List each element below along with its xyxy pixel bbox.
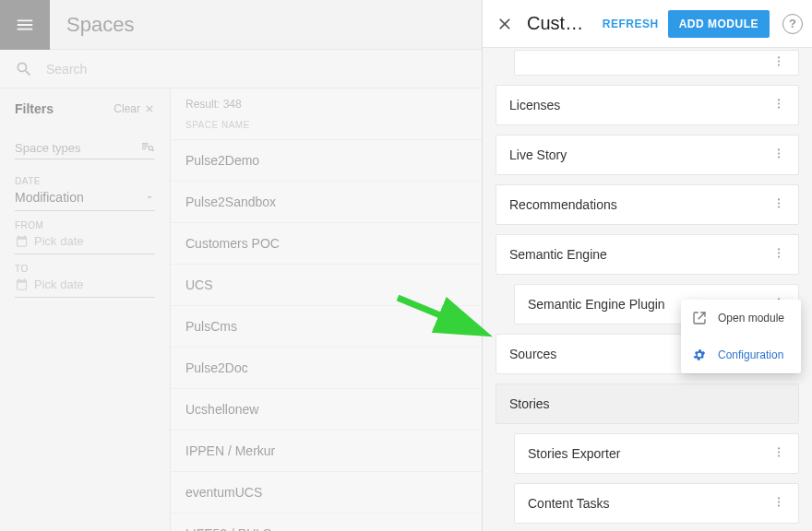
svg-point-12: [778, 202, 780, 204]
svg-point-14: [778, 248, 780, 250]
svg-point-11: [778, 198, 780, 200]
svg-point-23: [778, 447, 780, 449]
module-card[interactable]: Content Tasks: [514, 483, 799, 524]
more-icon[interactable]: [769, 144, 789, 167]
refresh-button[interactable]: REFRESH: [603, 18, 659, 30]
module-card[interactable]: Stories Exporter: [514, 433, 799, 474]
more-icon[interactable]: [769, 52, 789, 75]
svg-point-5: [778, 99, 780, 100]
drawer-title: Custom…: [527, 13, 593, 34]
module-card-semantic-engine[interactable]: Semantic Engine: [496, 234, 799, 275]
module-card[interactable]: Licenses: [496, 85, 799, 125]
more-icon[interactable]: [769, 194, 789, 217]
open-module-menuitem[interactable]: Open module: [681, 300, 801, 336]
add-module-button[interactable]: ADD MODULE: [668, 10, 770, 38]
svg-point-4: [778, 65, 780, 66]
svg-point-27: [778, 501, 780, 502]
gear-icon: [692, 348, 707, 362]
svg-point-25: [778, 455, 780, 457]
svg-point-16: [778, 256, 780, 258]
more-icon[interactable]: [769, 94, 789, 117]
more-icon[interactable]: [769, 243, 789, 266]
side-drawer: Custom… REFRESH ADD MODULE ? LicensesLiv…: [482, 0, 812, 531]
svg-point-3: [778, 60, 780, 62]
module-card[interactable]: Live Story: [496, 135, 799, 175]
module-card[interactable]: Recommendations: [496, 184, 799, 225]
svg-point-6: [778, 102, 780, 104]
module-card-stories[interactable]: Stories: [496, 384, 799, 424]
configuration-menuitem[interactable]: Configuration: [681, 336, 801, 373]
svg-point-15: [778, 252, 780, 254]
svg-point-26: [778, 497, 780, 499]
drawer-body: LicensesLive StoryRecommendations Semant…: [483, 48, 812, 531]
close-drawer-button[interactable]: [492, 11, 518, 37]
svg-point-24: [778, 451, 780, 453]
close-icon: [496, 15, 514, 33]
svg-point-10: [778, 157, 780, 159]
module-card[interactable]: [514, 50, 799, 76]
more-icon[interactable]: [769, 492, 789, 515]
help-button[interactable]: ?: [782, 14, 803, 34]
svg-point-2: [778, 56, 780, 58]
open-external-icon: [692, 311, 707, 325]
svg-point-8: [778, 148, 780, 150]
context-menu: Open module Configuration: [681, 300, 801, 373]
svg-point-28: [778, 505, 780, 507]
svg-point-9: [778, 152, 780, 154]
more-icon[interactable]: [769, 442, 789, 466]
svg-point-13: [778, 206, 780, 208]
svg-point-7: [778, 107, 780, 109]
drawer-header: Custom… REFRESH ADD MODULE ?: [483, 0, 812, 48]
